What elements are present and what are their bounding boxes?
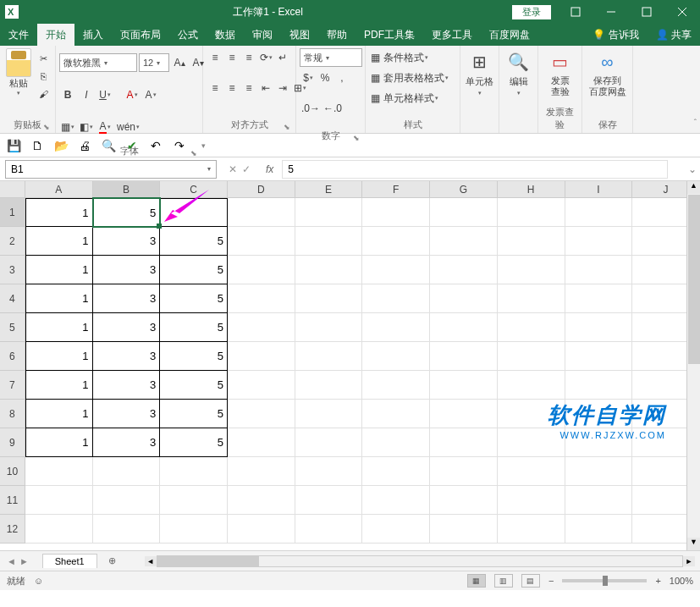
cell-I2[interactable]	[565, 227, 633, 256]
cell-H3[interactable]	[498, 256, 565, 284]
save-icon[interactable]: 💾	[5, 137, 22, 154]
accessibility-icon[interactable]: ☺	[34, 576, 43, 586]
cell-A12[interactable]	[25, 515, 93, 544]
cell-A2[interactable]: 1	[25, 227, 93, 256]
cell-G7[interactable]	[430, 371, 498, 400]
font-size-combo[interactable]: 12▾	[139, 53, 169, 72]
menu-tab-6[interactable]: 审阅	[244, 24, 281, 46]
cell-A10[interactable]	[25, 457, 93, 486]
cell-D1[interactable]	[228, 198, 295, 227]
cell-A6[interactable]: 1	[25, 342, 93, 371]
phonetic-button[interactable]: wén	[115, 118, 141, 136]
row-header-10[interactable]: 10	[0, 457, 25, 486]
cell-D10[interactable]	[228, 457, 295, 486]
align-bottom-icon[interactable]: ≡	[240, 48, 257, 67]
cell-D4[interactable]	[228, 284, 295, 313]
scroll-right-icon[interactable]: ►	[683, 556, 695, 566]
menu-tab-11[interactable]: 百度网盘	[481, 24, 538, 46]
collapse-ribbon-icon[interactable]: ˆ	[694, 119, 697, 128]
invoice-button[interactable]: ▭ 发票 查验	[542, 48, 578, 97]
zoom-slider[interactable]	[562, 579, 647, 582]
cell-E4[interactable]	[295, 284, 363, 313]
cell-I3[interactable]	[565, 256, 633, 284]
row-header-6[interactable]: 6	[0, 342, 25, 371]
zoom-out-icon[interactable]: −	[548, 576, 554, 586]
menu-tab-4[interactable]: 公式	[169, 24, 207, 46]
number-launcher[interactable]: ⬊	[353, 134, 360, 142]
cell-B3[interactable]: 3	[93, 256, 161, 284]
select-all-corner[interactable]	[0, 181, 25, 197]
col-header-A[interactable]: A	[25, 181, 93, 197]
cell-G4[interactable]	[430, 284, 498, 313]
col-header-D[interactable]: D	[228, 181, 295, 197]
cell-A11[interactable]	[25, 486, 93, 515]
cell-G6[interactable]	[430, 342, 498, 371]
cell-H8[interactable]	[498, 400, 565, 428]
increase-decimal-icon[interactable]: .0→	[300, 99, 322, 118]
cell-D7[interactable]	[228, 371, 295, 400]
cell-B4[interactable]: 3	[93, 284, 161, 313]
cell-I8[interactable]	[565, 400, 633, 428]
cell-E12[interactable]	[295, 515, 363, 544]
cell-G10[interactable]	[430, 457, 498, 486]
cell-C9[interactable]: 5	[160, 428, 228, 457]
paste-button[interactable]: 粘贴 ▾	[3, 48, 33, 97]
cell-G11[interactable]	[430, 486, 498, 515]
cell-H11[interactable]	[498, 486, 565, 515]
bold-button[interactable]: B	[59, 86, 76, 104]
cell-H5[interactable]	[498, 313, 565, 342]
formula-input[interactable]: 5	[282, 160, 668, 179]
new-icon[interactable]: 🗋	[29, 137, 46, 154]
editing-button[interactable]: 🔍 编辑 ▾	[503, 48, 534, 97]
col-header-G[interactable]: G	[430, 181, 498, 197]
cell-A4[interactable]: 1	[25, 284, 93, 313]
cell-I12[interactable]	[565, 515, 633, 544]
cell-F4[interactable]	[362, 284, 430, 313]
cell-A1[interactable]: 1	[25, 198, 93, 227]
hscroll-thumb[interactable]	[157, 556, 259, 566]
vertical-scrollbar[interactable]: ▲ ▼	[686, 181, 700, 550]
scroll-left-icon[interactable]: ◄	[145, 556, 157, 566]
row-header-2[interactable]: 2	[0, 227, 25, 256]
cell-I11[interactable]	[565, 486, 633, 515]
cell-A8[interactable]: 1	[25, 400, 93, 428]
row-header-3[interactable]: 3	[0, 256, 25, 284]
cell-E6[interactable]	[295, 342, 363, 371]
cell-I6[interactable]	[565, 342, 633, 371]
maximize-icon[interactable]	[629, 0, 664, 24]
cell-F8[interactable]	[362, 400, 430, 428]
font-color-button[interactable]: A	[96, 118, 113, 136]
cell-H6[interactable]	[498, 342, 565, 371]
font-color-a-icon[interactable]: A	[124, 86, 141, 104]
cell-B1[interactable]: 5	[93, 198, 161, 227]
cell-F7[interactable]	[362, 371, 430, 400]
baidu-save-button[interactable]: ∞ 保存到 百度网盘	[586, 48, 629, 97]
ribbon-display-icon[interactable]	[558, 0, 593, 24]
menu-tab-2[interactable]: 插入	[74, 24, 112, 46]
cell-A5[interactable]: 1	[25, 313, 93, 342]
cut-icon[interactable]: ✂	[35, 50, 52, 67]
cell-I5[interactable]	[565, 313, 633, 342]
cell-D12[interactable]	[228, 515, 295, 544]
cell-E5[interactable]	[295, 313, 363, 342]
add-sheet-button[interactable]: ⊕	[102, 555, 123, 566]
orientation-icon[interactable]: ⟳	[257, 48, 274, 67]
row-header-11[interactable]: 11	[0, 486, 25, 515]
font-name-combo[interactable]: 微软雅黑▾	[59, 53, 137, 72]
name-box[interactable]: B1 ▾	[5, 160, 217, 179]
login-button[interactable]: 登录	[512, 5, 551, 19]
col-header-F[interactable]: F	[362, 181, 430, 197]
col-header-I[interactable]: I	[565, 181, 633, 197]
page-break-view-icon[interactable]: ▤	[521, 574, 540, 588]
format-painter-icon[interactable]: 🖌	[35, 86, 52, 102]
cell-D2[interactable]	[228, 227, 295, 256]
expand-formula-icon[interactable]: ⌄	[685, 163, 700, 175]
cell-E8[interactable]	[295, 400, 363, 428]
cell-G9[interactable]	[430, 428, 498, 457]
menu-tab-0[interactable]: 文件	[0, 24, 37, 46]
sheet-nav-next-icon[interactable]: ►	[19, 556, 29, 566]
menu-tab-10[interactable]: 更多工具	[423, 24, 481, 46]
menu-tab-9[interactable]: PDF工具集	[356, 24, 423, 46]
currency-icon[interactable]: $	[300, 69, 317, 87]
cell-E2[interactable]	[295, 227, 363, 256]
